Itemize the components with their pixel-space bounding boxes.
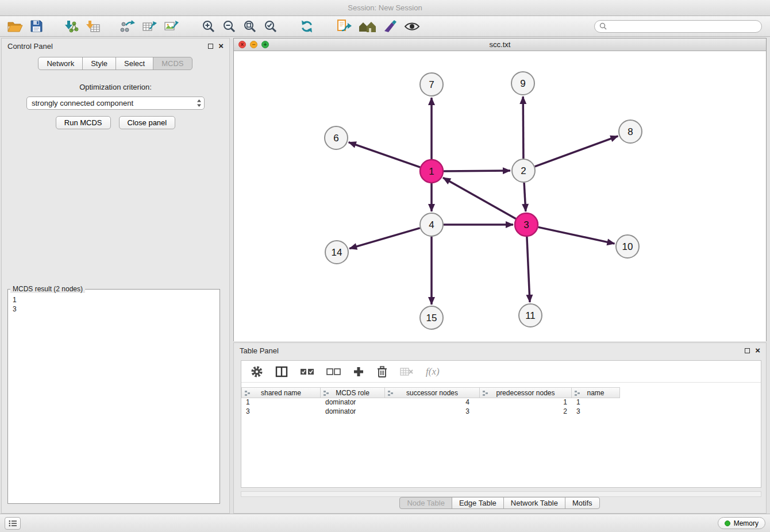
window-close-button[interactable]: × — [238, 41, 246, 48]
tab-node-table[interactable]: Node Table — [399, 497, 452, 509]
graph-edge-1-2[interactable] — [444, 171, 510, 171]
style-brush-button[interactable] — [382, 18, 398, 34]
control-panel-float-button[interactable] — [208, 44, 213, 49]
close-panel-button[interactable]: Close panel — [119, 116, 176, 129]
create-column-button[interactable] — [353, 366, 364, 377]
cell-successor-nodes: 4 — [385, 398, 480, 407]
column-header-successor-nodes[interactable]: successor nodes — [385, 387, 480, 398]
select-all-columns-button[interactable] — [300, 368, 314, 376]
zoom-in-button[interactable] — [201, 18, 217, 34]
table-panel: Table Panel × — [233, 342, 767, 514]
graph-edge-3-10[interactable] — [538, 227, 615, 244]
tab-style[interactable]: Style — [82, 57, 116, 70]
optimization-criterion-label: Optimization criterion: — [2, 83, 229, 91]
graph-node-label-15: 15 — [426, 313, 437, 323]
table-row[interactable]: 3 dominator 3 2 3 — [241, 407, 761, 417]
table-panel-float-button[interactable] — [745, 348, 750, 353]
control-panel-header: Control Panel × — [2, 38, 229, 53]
tab-select[interactable]: Select — [116, 57, 153, 70]
tab-edge-table[interactable]: Edge Table — [452, 497, 504, 509]
graph-edge-2-3[interactable] — [524, 183, 526, 211]
network-graph[interactable]: 1234678910111415 — [234, 51, 766, 341]
graph-edge-1-6[interactable] — [349, 142, 421, 168]
show-graphics-details-button[interactable] — [403, 20, 421, 33]
network-canvas[interactable]: 1234678910111415 — [234, 51, 766, 341]
control-panel: Control Panel × Network Style Select MCD… — [1, 38, 230, 514]
window-maximize-button[interactable]: + — [261, 41, 269, 48]
control-panel-close-button[interactable]: × — [218, 43, 224, 49]
column-type-icon — [244, 390, 251, 396]
zoom-out-button[interactable] — [221, 18, 237, 34]
column-type-icon — [323, 390, 329, 396]
checked-boxes-icon — [300, 368, 314, 376]
zoom-in-icon — [202, 20, 215, 33]
table-row[interactable]: 1 dominator 4 1 1 — [241, 398, 761, 407]
graph-node-label-11: 11 — [525, 310, 536, 321]
criterion-dropdown[interactable]: strongly connected component — [26, 97, 205, 110]
import-table-button[interactable] — [84, 18, 102, 34]
graph-node-label-2: 2 — [521, 165, 526, 176]
paint-brush-icon — [383, 20, 397, 33]
cell-shared-name: 1 — [241, 398, 321, 407]
graph-node-label-1: 1 — [429, 166, 434, 177]
search-icon — [599, 22, 607, 30]
memory-button[interactable]: Memory — [718, 517, 765, 529]
graph-edge-4-14[interactable] — [349, 228, 420, 249]
table-panel-close-button[interactable]: × — [755, 347, 760, 354]
graph-node-label-10: 10 — [622, 241, 633, 252]
search-input[interactable] — [610, 22, 757, 30]
open-session-button[interactable] — [6, 18, 24, 34]
window-minimize-button[interactable]: – — [250, 41, 257, 48]
mcds-result-list[interactable]: 1 3 — [8, 293, 220, 314]
import-table-icon — [86, 20, 101, 33]
graph-edge-2-8[interactable] — [535, 136, 618, 167]
delete-column-button[interactable] — [376, 365, 388, 378]
network-window: × – + scc.txt 1234678910111415 — [233, 38, 767, 341]
graph-node-label-4: 4 — [429, 219, 434, 230]
tab-network[interactable]: Network — [38, 57, 83, 70]
graph-edge-3-1[interactable] — [443, 178, 516, 218]
tab-network-table[interactable]: Network Table — [503, 497, 565, 509]
table-settings-button[interactable] — [251, 365, 263, 378]
tab-mcds[interactable]: MCDS — [153, 57, 192, 70]
criterion-dropdown-value: strongly connected component — [32, 99, 197, 107]
save-session-button[interactable] — [29, 18, 44, 34]
function-builder-button[interactable]: f(x) — [426, 366, 440, 377]
mcds-result-line-1: 1 — [13, 295, 220, 304]
table-horizontal-scrollbar[interactable] — [241, 491, 761, 497]
search-box[interactable] — [594, 20, 762, 33]
mcds-result-line-2: 3 — [13, 304, 220, 314]
split-column-icon — [275, 366, 288, 377]
delete-table-icon — [400, 367, 414, 377]
column-header-mcds-role[interactable]: MCDS role — [321, 387, 385, 398]
apply-layout-button[interactable] — [298, 18, 315, 34]
zoom-selected-button[interactable] — [263, 18, 279, 34]
show-column-button[interactable] — [275, 366, 288, 377]
export-image-button[interactable] — [163, 18, 180, 34]
tab-motifs[interactable]: Motifs — [565, 497, 600, 509]
delete-table-button[interactable] — [400, 367, 414, 377]
export-to-web-button[interactable] — [335, 18, 353, 35]
column-header-shared-name[interactable]: shared name — [241, 387, 321, 398]
cell-name: 3 — [572, 407, 620, 417]
task-history-button[interactable] — [5, 517, 21, 530]
graph-edge-3-11[interactable] — [527, 237, 530, 302]
export-table-icon — [142, 20, 157, 33]
run-mcds-button[interactable]: Run MCDS — [56, 116, 111, 129]
export-image-icon — [164, 20, 179, 33]
column-header-predecessor-nodes[interactable]: predecessor nodes — [480, 387, 572, 398]
network-window-titlebar[interactable]: × – + scc.txt — [234, 38, 766, 51]
graph-node-label-7: 7 — [429, 79, 434, 90]
cell-mcds-role: dominator — [321, 398, 385, 407]
import-network-button[interactable] — [63, 18, 80, 34]
network-home-button[interactable] — [357, 19, 378, 34]
zoom-fit-button[interactable] — [242, 18, 258, 34]
graph-edge-2-9[interactable] — [523, 97, 523, 159]
column-header-name[interactable]: name — [572, 387, 620, 398]
save-icon — [30, 20, 43, 33]
export-network-button[interactable] — [119, 18, 136, 34]
export-table-button[interactable] — [141, 18, 158, 34]
gear-icon — [251, 365, 263, 378]
table-toolbar: f(x) — [241, 361, 761, 383]
unselect-all-columns-button[interactable] — [326, 368, 341, 376]
